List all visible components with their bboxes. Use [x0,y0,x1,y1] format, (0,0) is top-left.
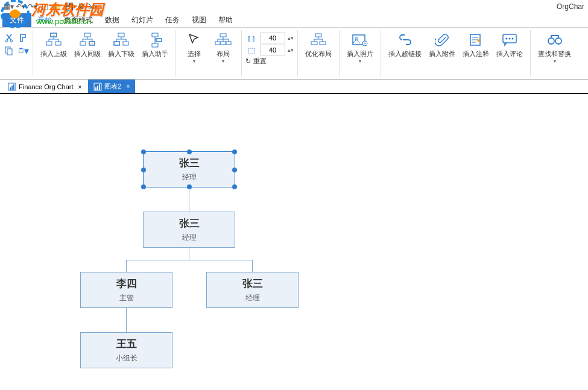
svg-rect-4 [7,49,12,55]
export-icon[interactable]: ⇲▾ [88,2,98,11]
svg-rect-17 [123,42,128,45]
svg-rect-22 [215,42,220,45]
insert-comment-button[interactable]: 插入评论 [493,30,526,60]
menu-page-style[interactable]: 页面样式 [58,13,99,27]
selection-handle[interactable] [232,168,237,172]
org-node[interactable]: 李四 主管 [80,272,172,308]
new-icon[interactable]: ▢ [40,2,49,11]
svg-rect-12 [80,42,86,45]
h-spacing-input[interactable] [260,33,285,43]
insert-superior-button[interactable]: + 插入上级 [37,30,71,60]
svg-rect-20 [152,43,158,47]
redo-icon[interactable]: ↷▾ [28,2,37,11]
find-replace-button[interactable]: 查找和替换 ▾ [534,30,575,65]
selection-handle[interactable] [232,149,237,154]
stepper-icon[interactable]: ▴▾ [288,47,294,53]
menu-task[interactable]: 任务 [159,13,186,27]
binoculars-icon [545,31,564,48]
svg-rect-45 [97,86,98,90]
insert-assistant-button[interactable]: 插入助手 [138,30,172,60]
org-node[interactable]: 张三 经理 [143,212,235,248]
svg-rect-23 [221,42,226,45]
svg-rect-6 [20,48,22,49]
chart-doc-icon [93,83,102,91]
menu-data[interactable]: 数据 [99,13,125,27]
menu-view[interactable]: 视图 [186,13,212,27]
svg-rect-42 [13,84,14,90]
node-name: 王五 [116,337,137,351]
layout-button[interactable]: 布局 ▾ [209,30,238,65]
org-node[interactable]: 王五 小组长 [80,332,172,368]
v-spacing-input[interactable] [260,45,285,55]
svg-rect-24 [226,42,231,45]
comment-icon [500,31,519,48]
selection-handle[interactable] [141,149,146,154]
menubar: 文件 开始 页面样式 数据 幻灯片 任务 视图 帮助 [0,13,588,28]
tab-finance[interactable]: Finance Org Chart × [2,80,87,93]
print-icon[interactable]: 🖶 [76,2,86,11]
svg-rect-40 [10,87,11,90]
superior-icon: + [44,31,63,48]
svg-rect-18 [152,33,158,37]
reset-button[interactable]: ↻ 重置 [245,57,294,66]
ribbon: ▾ + 插入上级 + 插入同级 插入下级 插入助手 [0,28,588,80]
connector [189,187,189,212]
hyperlink-icon [396,31,415,48]
insert-note-button[interactable]: 插入注释 [459,30,493,60]
menu-start[interactable]: 开始 [31,13,58,27]
org-node[interactable]: 张三 经理 [206,272,299,308]
undo-icon[interactable]: ↶▾ [16,2,25,11]
svg-point-35 [509,38,511,40]
close-icon[interactable]: × [78,84,81,90]
optimize-icon [309,31,328,48]
selection-handle[interactable] [141,168,146,172]
svg-point-34 [506,38,508,40]
paste-icon[interactable]: ▾ [18,45,29,56]
insert-hyperlink-button[interactable]: 插入超链接 [385,30,425,60]
qat-icon-1[interactable]: ▦▾ [4,2,13,11]
connector [189,248,189,260]
format-painter-icon[interactable] [18,33,29,43]
selection-handle[interactable] [187,184,192,189]
tab-label: 图表2 [104,82,121,91]
insert-image-button[interactable]: + 插入照片 ▾ [343,30,377,65]
selection-handle[interactable] [141,184,146,189]
stepper-icon[interactable]: ▴▾ [288,35,294,41]
node-title: 经理 [245,293,260,303]
menu-slideshow[interactable]: 幻灯片 [125,13,159,27]
open-icon[interactable]: 📂 [52,2,62,11]
insert-sub-button[interactable]: 插入下级 [104,30,138,60]
svg-rect-21 [220,34,226,37]
save-icon[interactable]: 💾 [64,2,74,11]
insert-peer-button[interactable]: + 插入同级 [71,30,104,60]
selection-handle[interactable] [232,184,237,189]
sub-icon [112,31,131,48]
connector [126,260,253,260]
selection-handle[interactable] [187,149,192,154]
node-title: 经理 [182,233,197,243]
attachment-icon [432,31,452,48]
close-icon[interactable]: × [126,83,130,90]
image-group: + 插入照片 ▾ [340,30,381,77]
optimize-layout-button[interactable]: 优化布局 [302,30,335,60]
titlebar: ▦▾ ↶▾ ↷▾ ▢ 📂 💾 🖶 ⇲▾ OrgChar [0,0,588,13]
v-spacing-icon: ⬚ [245,45,258,55]
select-button[interactable]: 选择 ▾ [180,30,209,65]
menu-file[interactable]: 文件 [2,13,31,27]
document-tabbar: Finance Org Chart × 图表2 × [0,80,588,94]
svg-text:+: + [91,42,93,45]
insert-attachment-button[interactable]: 插入附件 [425,30,459,60]
tab-chart2[interactable]: 图表2 × [88,80,135,93]
copy-icon[interactable] [4,45,14,56]
optimize-group: 优化布局 [298,30,340,77]
svg-rect-11 [84,33,90,37]
connector [252,260,253,272]
svg-rect-16 [114,42,119,45]
org-node-selected[interactable]: 张三 经理 [143,151,235,187]
menu-help[interactable]: 帮助 [212,13,239,27]
svg-rect-46 [99,84,100,90]
canvas[interactable]: 张三 经理 张三 经理 李四 主管 张三 经理 王五 小组长 [0,94,588,389]
cut-icon[interactable] [4,33,14,43]
svg-point-37 [548,38,554,44]
quick-access-toolbar: ▦▾ ↶▾ ↷▾ ▢ 📂 💾 🖶 ⇲▾ [4,2,98,11]
